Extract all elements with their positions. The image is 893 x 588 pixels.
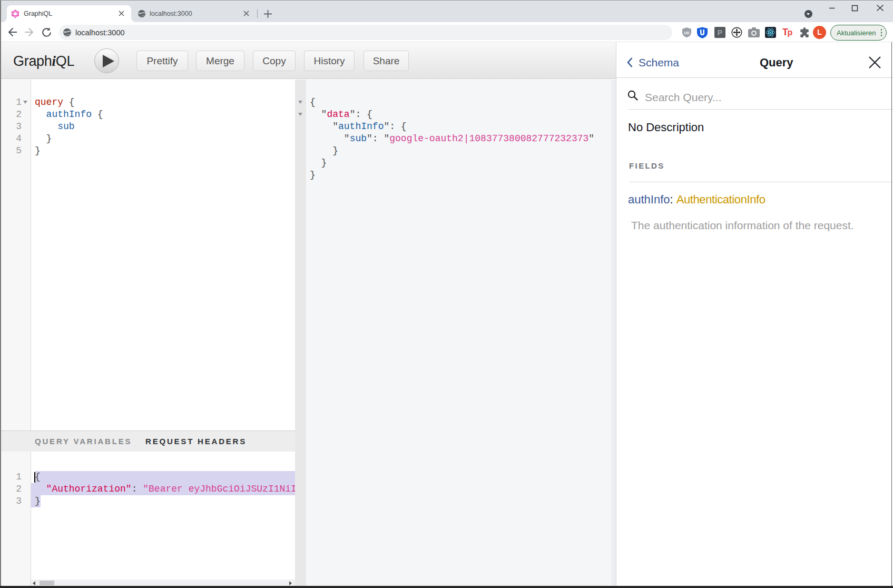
- svg-text:P: P: [718, 28, 722, 37]
- svg-text:UD: UD: [684, 31, 689, 35]
